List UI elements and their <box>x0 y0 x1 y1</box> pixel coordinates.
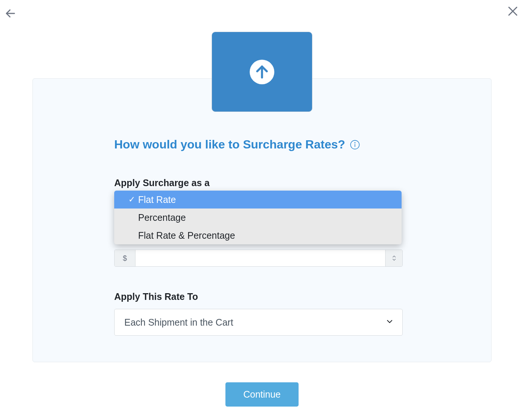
check-icon: ✓ <box>128 195 138 204</box>
close-button[interactable] <box>506 4 520 18</box>
dropdown-option-label: Percentage <box>138 212 186 223</box>
amount-input-row: $ <box>114 250 403 267</box>
info-button[interactable] <box>350 140 360 150</box>
main-card: How would you like to Surcharge Rates? A… <box>32 78 492 362</box>
surcharge-type-dropdown-menu: ✓ Flat Rate Percentage Flat Rate & Perce… <box>114 191 402 244</box>
dropdown-option-label: Flat Rate & Percentage <box>138 230 235 241</box>
hero-badge <box>212 32 312 112</box>
currency-symbol: $ <box>115 250 135 266</box>
hero-icon-circle <box>250 60 274 84</box>
arrow-left-icon <box>4 7 16 19</box>
dropdown-option-flat-rate[interactable]: ✓ Flat Rate <box>114 191 402 209</box>
continue-button[interactable]: Continue <box>225 382 299 407</box>
info-icon <box>350 140 360 150</box>
dropdown-option-flat-rate-percentage[interactable]: Flat Rate & Percentage <box>114 226 402 244</box>
chevron-down-icon <box>385 317 394 327</box>
close-icon <box>506 4 520 18</box>
amount-stepper[interactable] <box>385 250 402 266</box>
apply-to-label: Apply This Rate To <box>114 291 402 302</box>
arrow-up-icon <box>254 64 270 80</box>
surcharge-type-label: Apply Surcharge as a <box>114 178 402 188</box>
chevron-updown-icon <box>391 255 397 261</box>
amount-input[interactable] <box>135 250 385 266</box>
back-button[interactable] <box>4 7 16 19</box>
dropdown-option-label: Flat Rate <box>138 194 176 205</box>
dropdown-option-percentage[interactable]: Percentage <box>114 209 402 226</box>
surcharge-type-dropdown[interactable]: ✓ Flat Rate Percentage Flat Rate & Perce… <box>114 191 402 244</box>
apply-to-select[interactable]: Each Shipment in the Cart <box>114 309 403 336</box>
svg-point-6 <box>355 142 355 143</box>
page-heading: How would you like to Surcharge Rates? <box>114 138 345 151</box>
apply-to-value: Each Shipment in the Cart <box>124 317 233 328</box>
